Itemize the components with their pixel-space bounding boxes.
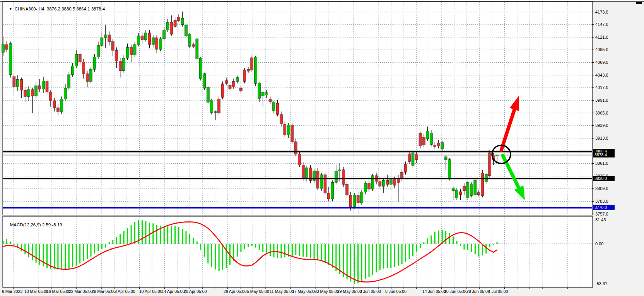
time-axis-label[interactable]: 14 Apr 05:00 [162, 289, 185, 294]
time-axis-label[interactable]: 10 Apr 05:00 [139, 289, 162, 294]
time-axis-label[interactable]: 3 Apr 05:00 [114, 289, 135, 294]
bull-candle [207, 87, 209, 102]
bear-candle [386, 180, 389, 184]
bull-candle [353, 195, 356, 207]
bull-candle [474, 180, 477, 194]
bear-candle [294, 142, 297, 154]
time-axis-label[interactable]: 28 Mar 05:00 [92, 289, 116, 294]
price-axis-label: 4095.0 [595, 47, 608, 52]
bull-candle [133, 44, 136, 55]
bull-candle [338, 170, 341, 171]
bull-candle [68, 75, 70, 88]
bull-candle [104, 35, 107, 38]
bear-candle [111, 42, 114, 51]
time-axis-label[interactable]: 10 Mar 05:00 [24, 289, 48, 294]
bull-candle [444, 157, 447, 160]
time-axis-label[interactable]: 22 Mar 05:00 [69, 289, 93, 294]
bull-candle [163, 30, 166, 39]
bear-candle [324, 175, 326, 193]
bear-candle [178, 17, 180, 21]
macd-name: MACD(12,26,9) [10, 222, 41, 227]
bull-candle [60, 99, 63, 112]
time-axis-label[interactable]: 16 Mar 05:00 [46, 289, 70, 294]
bull-candle [181, 18, 184, 24]
bear-candle [221, 84, 224, 98]
time-axis-label[interactable]: 26 Apr 05:00 [224, 289, 247, 294]
bear-candle [489, 153, 491, 176]
price-axis-label: 4121.0 [595, 35, 608, 39]
bear-candle [298, 154, 301, 165]
bull-candle [287, 125, 290, 135]
symbol-period-label: CHINA300-,H4 [15, 7, 44, 11]
bull-candle [389, 180, 392, 185]
macd-indicator-label: MACD(12,26,9) 2.59 -8.19 [5, 218, 62, 232]
time-axis-label[interactable]: 20 Apr 05:00 [184, 289, 207, 294]
bear-candle [79, 54, 81, 62]
bear-candle [404, 164, 407, 172]
time-axis-label[interactable]: 20 Jun 05:00 [444, 289, 468, 294]
bear-candle [115, 50, 118, 61]
bull-candle [35, 86, 38, 96]
time-axis-label[interactable]: 8 Jun 05:00 [385, 289, 407, 294]
bear-candle [284, 124, 286, 135]
macd-axis-label: 0.00 [595, 241, 603, 246]
bear-candle [225, 80, 228, 84]
up-arrow-head[interactable] [510, 96, 519, 111]
time-axis-label[interactable]: 4 Jul 05:00 [488, 289, 508, 294]
bull-candle [371, 176, 374, 189]
bear-candle [239, 88, 242, 91]
bear-candle [280, 115, 282, 124]
bull-candle [470, 184, 473, 195]
bear-candle [419, 133, 422, 146]
bull-candle [126, 48, 129, 58]
symbol-dropdown-icon[interactable]: ▼ [9, 7, 12, 11]
bear-candle [24, 90, 26, 96]
price-axis-label: 3939.0 [595, 123, 608, 128]
down-arrow-head[interactable] [514, 185, 525, 200]
price-axis-label: 3861.0 [595, 161, 608, 166]
bear-candle [108, 35, 111, 42]
time-axis-label[interactable]: 17 May 05:00 [292, 289, 317, 294]
macd-axis-label: 31.43 [595, 217, 606, 222]
bear-candle [434, 145, 436, 147]
time-axis-label[interactable]: 29 May 05:00 [337, 289, 362, 294]
time-axis-label[interactable]: 14 Jun 05:00 [422, 289, 446, 294]
bull-candle [97, 46, 99, 57]
price-tag-3878.4: 3878.4 [593, 152, 615, 157]
time-axis-label[interactable]: 28 Jun 05:00 [466, 289, 490, 294]
bull-candle [466, 182, 469, 198]
bull-candle [123, 58, 125, 71]
time-axis-label[interactable]: 23 May 05:00 [314, 289, 339, 294]
up-arrow-shaft[interactable] [501, 110, 514, 150]
price-axis-label: 3783.0 [595, 199, 608, 204]
bear-candle [302, 165, 304, 178]
bull-candle [137, 36, 140, 44]
bear-candle [46, 81, 48, 92]
bear-candle [86, 74, 89, 81]
bull-candle [210, 100, 213, 113]
bull-candle [188, 34, 191, 46]
bear-candle [243, 70, 246, 81]
bear-candle [393, 180, 396, 185]
bear-candle [368, 183, 371, 189]
time-axis-label[interactable]: 2 Jun 05:00 [360, 289, 381, 294]
bear-candle [232, 81, 235, 87]
bear-candle [13, 77, 15, 87]
down-arrow-shaft[interactable] [503, 156, 519, 188]
bull-candle [75, 54, 78, 66]
bull-candle [258, 83, 261, 98]
bull-candle [382, 180, 385, 186]
window-corner-marker[interactable] [636, 2, 642, 4]
bull-candle [441, 143, 444, 149]
bull-candle [199, 58, 202, 79]
time-axis-label[interactable]: 5 May 05:00 [247, 289, 269, 294]
price-tag-3830.0: 3830.0 [593, 176, 615, 181]
bull-candle [101, 38, 103, 46]
time-axis-label[interactable]: 11 May 05:00 [270, 289, 294, 294]
price-axis-label: 4173.0 [595, 10, 608, 14]
bull-candle [261, 92, 264, 96]
time-axis-label[interactable]: 6 Mar 2023 [2, 289, 22, 294]
bull-candle [456, 190, 458, 198]
bear-candle [148, 33, 151, 44]
bear-candle [229, 85, 231, 89]
